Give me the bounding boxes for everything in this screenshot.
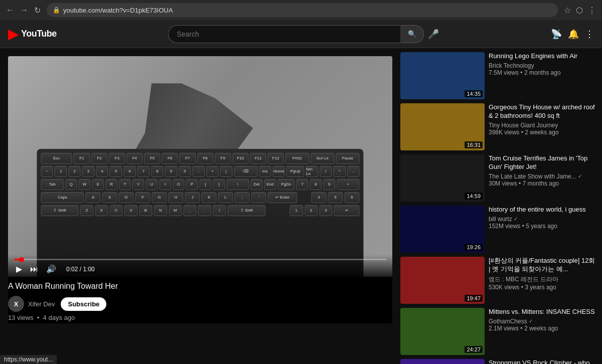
kb-6: 6	[123, 166, 135, 177]
kb-row-zxcv: ⇧ Shift Z X C V B N M , . /	[41, 205, 359, 216]
sidebar-thumb: 14:59	[400, 154, 485, 202]
thumb-duration: 14:35	[465, 90, 483, 97]
kb-pgup: PgUp	[286, 166, 305, 177]
channel-name[interactable]: Xifer Dev	[28, 300, 55, 308]
kb-x: X	[95, 205, 108, 216]
sv-stats: 30M views • 7 months ago	[489, 180, 598, 187]
sidebar-video-info: Tom Cruise Terrifies James in 'Top Gun' …	[489, 154, 598, 202]
youtube-icon: ▶	[8, 26, 19, 42]
kb-j: J	[185, 192, 200, 203]
sidebar-video-info: [#환상의 커플/Fantastic couple] 12회 | 옛 기억을 되…	[489, 257, 598, 304]
thumb-duration: 19:47	[465, 295, 483, 302]
youtube-topbar: ▶ YouTube 🔍 🎤 📡 🔔 ⋮	[0, 20, 602, 48]
kb-l: L	[218, 192, 233, 203]
sidebar-video-info: Strongman VS Rock Climber - who has stro…	[489, 359, 598, 364]
sv-stats: 398K views • 2 weeks ago	[489, 129, 598, 136]
play-button[interactable]: ▶	[14, 264, 24, 274]
kb-0: 0	[179, 166, 191, 177]
kb-k: K	[202, 192, 217, 203]
cast-button[interactable]: 📡	[551, 29, 562, 40]
channel-avatar[interactable]: X	[8, 296, 24, 312]
sidebar-thumb: 19:26	[400, 206, 485, 253]
progress-bar-container[interactable]	[14, 259, 386, 260]
kb-backspace: ⌫	[234, 166, 257, 177]
sidebar-video-item[interactable]: 14:35 Running Lego Engines with Air Bric…	[400, 52, 598, 99]
kb-h: H	[169, 192, 184, 203]
sidebar-video-item[interactable]: 14:59 Tom Cruise Terrifies James in 'Top…	[400, 154, 598, 202]
kb-row-fn: Esc F1 F2 F3 F4 F5 F6 F7 F8 F9 F10	[41, 153, 359, 164]
kb-v: V	[124, 205, 137, 216]
next-button[interactable]: ⏭	[28, 265, 40, 274]
bookmark-button[interactable]: ☆	[564, 6, 571, 15]
sv-stats: 7.5M views • 2 months ago	[489, 69, 598, 76]
kb-num5: 5	[328, 192, 343, 203]
sv-channel: Brick Technology	[489, 62, 598, 69]
user-menu-button[interactable]: ⋮	[585, 29, 594, 40]
kb-semi: ;	[235, 192, 250, 203]
kb-num7: 7	[296, 179, 309, 190]
menu-button[interactable]: ⋮	[588, 6, 596, 15]
sidebar-video-item[interactable]: 19:26 history of the entire world, i gue…	[400, 206, 598, 253]
kb-lshift: ⇧ Shift	[41, 205, 78, 216]
kb-m: M	[169, 205, 182, 216]
kb-i: I	[159, 179, 171, 190]
kb-rbrace: }	[213, 179, 225, 190]
kb-f8: F8	[197, 153, 213, 164]
player-controls: ▶ ⏭ 🔊 0:02 / 1:00	[8, 255, 392, 277]
kb-rshift: ⇧ Shift	[228, 205, 265, 216]
subscribe-button[interactable]: Subscribe	[61, 297, 106, 311]
sidebar-video-item[interactable]: 16:31 Gorgeous Tiny House w/ arched roof…	[400, 103, 598, 150]
kb-slash: /	[213, 205, 226, 216]
kb-ins: Ins	[259, 166, 271, 177]
kb-numlk: Nm Lk	[306, 166, 318, 177]
tooltip-text: https://www.yout...	[4, 356, 53, 363]
kb-minus: -	[193, 166, 205, 177]
notifications-button[interactable]: 🔔	[568, 29, 579, 40]
sidebar-video-item[interactable]: 24:27 Mittens vs. Mittens: INSANE CHESS …	[400, 308, 598, 355]
volume-button[interactable]: 🔊	[44, 264, 58, 274]
kb-y: Y	[132, 179, 144, 190]
kb-f11: F11	[250, 153, 266, 164]
mic-button[interactable]: 🎤	[428, 29, 439, 40]
sidebar-thumb	[400, 359, 485, 364]
forward-button[interactable]: →	[20, 6, 28, 15]
kb-e: E	[92, 179, 104, 190]
kb-pause: Pause	[336, 153, 359, 164]
kb-f3: F3	[109, 153, 125, 164]
kb-row-numbers: ~ 1 2 3 4 5 6 7 8 9 0 -	[41, 166, 359, 177]
kb-f4: F4	[126, 153, 142, 164]
sidebar-thumb: 16:31	[400, 103, 485, 150]
search-button[interactable]: 🔍	[400, 25, 424, 43]
kb-7: 7	[137, 166, 149, 177]
video-content: Esc F1 F2 F3 F4 F5 F6 F7 F8 F9 F10	[8, 56, 392, 277]
video-title: A Woman Running Toward Her	[8, 281, 392, 292]
sv-channel: 엠드 : MBC 레전드 드라마	[489, 275, 598, 284]
sv-channel: The Late Late Show with Jame... ✓	[489, 173, 598, 180]
kb-u: U	[146, 179, 158, 190]
search-form: 🔍 🎤	[168, 25, 439, 43]
verified-icon: ✓	[578, 173, 582, 179]
url-tooltip: https://www.yout...	[0, 355, 57, 364]
youtube-logo[interactable]: ▶ YouTube	[8, 26, 57, 42]
thumb-duration: 14:59	[465, 193, 483, 200]
refresh-button[interactable]: ↻	[34, 6, 41, 15]
video-frame[interactable]: Esc F1 F2 F3 F4 F5 F6 F7 F8 F9 F10	[8, 56, 392, 277]
back-button[interactable]: ←	[6, 6, 14, 15]
sidebar-video-item[interactable]: 19:47 [#환상의 커플/Fantastic couple] 12회 | 옛…	[400, 257, 598, 304]
sv-channel: Tiny House Giant Journey	[489, 122, 598, 129]
sidebar-video-item[interactable]: Strongman VS Rock Climber - who has stro…	[400, 359, 598, 364]
main-content: Esc F1 F2 F3 F4 F5 F6 F7 F8 F9 F10	[0, 48, 400, 364]
search-input[interactable]	[168, 25, 400, 43]
url-bar[interactable]: 🔒 youtube.com/watch?v=D1pkE73IOUA	[47, 3, 558, 17]
kb-f7: F7	[180, 153, 196, 164]
kb-del: Del	[251, 179, 263, 190]
sidebar-video-info: history of the entire world, i guess bil…	[489, 206, 598, 253]
extensions-button[interactable]: ⬡	[576, 6, 583, 15]
sv-stats: 2.1M views • 2 weeks ago	[489, 325, 598, 332]
kb-enter: ↵ Enter	[268, 192, 297, 203]
kb-r: R	[105, 179, 117, 190]
kb-home: Home	[272, 166, 284, 177]
sv-title: history of the entire world, i guess	[489, 206, 598, 214]
kb-3: 3	[82, 166, 94, 177]
kb-lbrace: {	[200, 179, 212, 190]
